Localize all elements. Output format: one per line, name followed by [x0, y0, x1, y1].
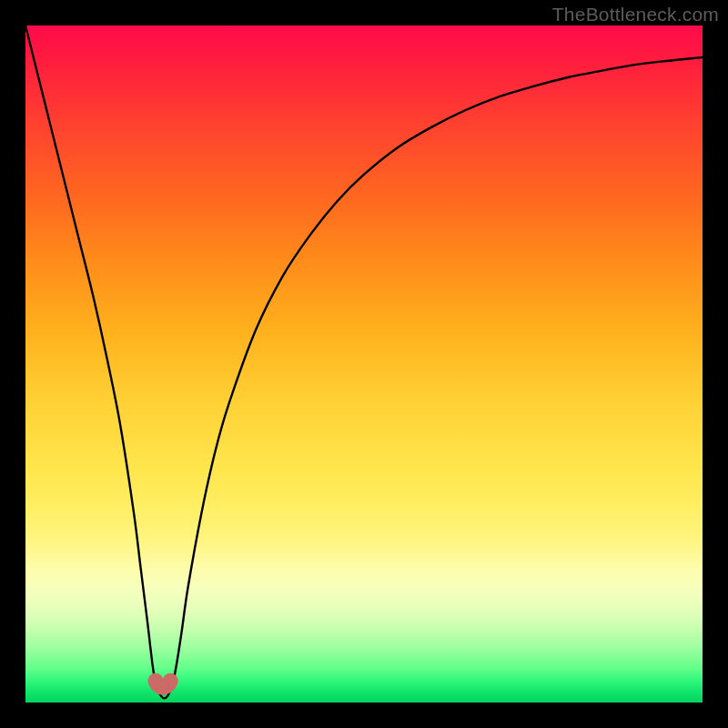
curve-layer [25, 25, 703, 703]
chart-frame: TheBottleneck.com [0, 0, 728, 728]
plot-area [25, 25, 703, 703]
minimum-marker-0 [147, 673, 163, 689]
minimum-markers [147, 673, 177, 690]
watermark-text: TheBottleneck.com [552, 4, 719, 25]
bottleneck-curve [25, 25, 703, 698]
minimum-marker-1 [163, 673, 178, 689]
